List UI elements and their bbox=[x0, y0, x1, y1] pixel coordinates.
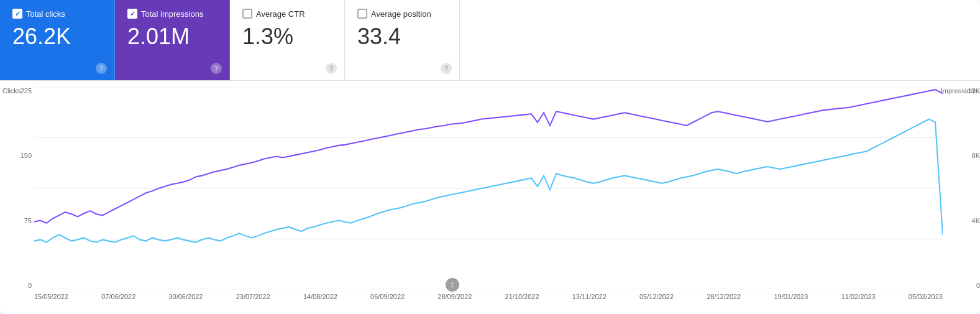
average-position-tile[interactable]: Average position 33.4 ? bbox=[345, 0, 460, 80]
total-impressions-header: Total impressions bbox=[127, 9, 217, 19]
total-impressions-help-icon[interactable]: ? bbox=[211, 63, 222, 74]
total-impressions-value: 2.01M bbox=[127, 24, 217, 50]
total-clicks-header: Total clicks bbox=[12, 9, 102, 19]
total-clicks-help-icon[interactable]: ? bbox=[96, 63, 107, 74]
y-left-150: 150 bbox=[0, 152, 34, 159]
average-ctr-help-icon[interactable]: ? bbox=[326, 63, 337, 74]
x-label-9: 05/12/2022 bbox=[639, 293, 674, 300]
dashboard-container: Total clicks 26.2K ? Total impressions 2… bbox=[0, 0, 980, 314]
y-right-4k: 4K bbox=[969, 217, 980, 224]
x-label-2: 30/06/2022 bbox=[168, 293, 203, 300]
x-label-0: 15/05/2022 bbox=[34, 293, 68, 300]
total-impressions-label: Total impressions bbox=[141, 9, 203, 19]
timeline-marker[interactable]: 1 bbox=[446, 278, 459, 292]
average-position-label: Average position bbox=[371, 9, 431, 19]
x-label-4: 14/08/2022 bbox=[303, 293, 337, 300]
average-ctr-value: 1.3% bbox=[242, 24, 332, 50]
metrics-bar: Total clicks 26.2K ? Total impressions 2… bbox=[0, 0, 980, 81]
average-position-value: 33.4 bbox=[357, 24, 447, 50]
x-label-3: 23/07/2022 bbox=[236, 293, 270, 300]
x-label-12: 11/02/2023 bbox=[841, 293, 876, 300]
y-right-12k: 12K bbox=[965, 87, 980, 95]
x-label-13: 05/03/2023 bbox=[909, 293, 943, 300]
average-position-checkbox[interactable] bbox=[357, 9, 367, 19]
y-right-8k: 8K bbox=[969, 152, 980, 159]
average-ctr-header: Average CTR bbox=[242, 9, 332, 19]
x-label-10: 28/12/2022 bbox=[707, 293, 741, 300]
y-left-225: 225 bbox=[0, 87, 34, 95]
y-left-75: 75 bbox=[0, 217, 34, 224]
chart-area: Clicks Impressions 225 150 75 0 12K 8K bbox=[0, 81, 980, 314]
total-clicks-checkbox[interactable] bbox=[12, 9, 22, 19]
total-clicks-tile[interactable]: Total clicks 26.2K ? bbox=[0, 0, 115, 80]
total-impressions-tile[interactable]: Total impressions 2.01M ? bbox=[115, 0, 230, 80]
average-ctr-checkbox[interactable] bbox=[242, 9, 252, 19]
chart-svg bbox=[34, 87, 943, 289]
average-position-header: Average position bbox=[357, 9, 447, 19]
x-label-6: 28/09/2022 bbox=[437, 293, 472, 300]
total-clicks-label: Total clicks bbox=[26, 9, 65, 19]
average-position-help-icon[interactable]: ? bbox=[441, 63, 452, 74]
x-label-8: 13/11/2022 bbox=[572, 293, 607, 300]
y-left-0: 0 bbox=[0, 282, 34, 289]
average-ctr-label: Average CTR bbox=[256, 9, 305, 19]
x-label-7: 21/10/2022 bbox=[505, 293, 539, 300]
total-clicks-value: 26.2K bbox=[12, 24, 102, 50]
x-label-5: 06/09/2022 bbox=[370, 293, 405, 300]
average-ctr-tile[interactable]: Average CTR 1.3% ? bbox=[230, 0, 345, 80]
x-label-11: 19/01/2023 bbox=[774, 293, 808, 300]
x-label-1: 07/06/2022 bbox=[101, 293, 135, 300]
total-impressions-checkbox[interactable] bbox=[127, 9, 137, 19]
x-axis: 15/05/2022 07/06/2022 30/06/2022 23/07/2… bbox=[34, 289, 943, 314]
y-right-0: 0 bbox=[974, 282, 980, 289]
